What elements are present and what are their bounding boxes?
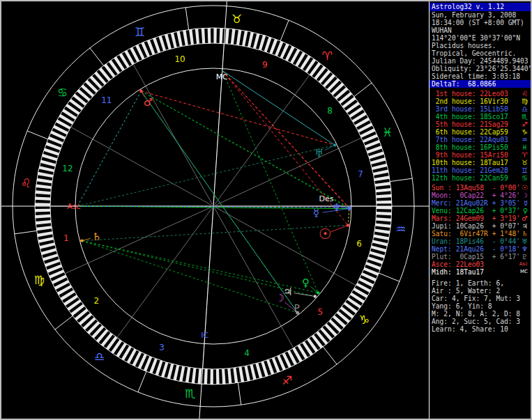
header-line: Julian Day: 2454489.9403 <box>430 57 531 65</box>
planet-glyph-mars: ♂ <box>144 96 153 109</box>
house-row: 12th house: 22Can59♋ <box>430 174 531 182</box>
house-row: 7th house: 22Aqu03♒ <box>430 136 531 143</box>
sign-glyph: ♊ <box>522 166 528 174</box>
house-number-12: 12 <box>62 164 73 173</box>
planet-list: Sun : 13Aqu58 - 0°00'☉Moon: 0Cap22 + 4°2… <box>430 184 531 276</box>
sign-glyph: ♍ <box>522 98 528 105</box>
natal-chart-wheel: ♈♉♊♋♌♍♎♏♐♑♒♓123456789101112☉☽☿♀♂♃♄♅♆♇Asc… <box>1 1 429 419</box>
zodiac-sign-glyph-aquarius: ♒ <box>395 222 406 236</box>
sign-glyph: ♎ <box>522 105 528 113</box>
house-row: 3rd house: 15Lib50♎ <box>430 105 531 113</box>
planet-row: Sun : 13Aqu58 - 0°00'☉ <box>430 184 531 192</box>
zodiac-sign-glyph-cancer: ♋ <box>57 86 68 100</box>
mc-ic-axis <box>199 1 228 419</box>
sign-glyph: ☽ <box>522 192 528 199</box>
sign-glyph: ☉ <box>522 184 528 192</box>
zodiac-sign-glyph-taurus: ♉ <box>231 12 242 26</box>
sign-glyph: ♐ <box>522 120 528 128</box>
planet-glyph-jupiter: ♃ <box>283 286 292 298</box>
sign-glyph: ♓ <box>522 143 528 151</box>
sign-glyph: ♂ <box>522 215 528 222</box>
sign-boundary <box>354 83 372 97</box>
sign-glyph: ♌ <box>522 90 528 98</box>
house-cusp-line <box>215 138 362 205</box>
planet-pointer-line <box>325 145 335 150</box>
mc-label: MC <box>216 72 228 81</box>
stats-line: Air : 5, Water: 2 <box>430 287 531 295</box>
planet-glyph-pluto: ♇ <box>292 302 301 315</box>
house-cusp-line <box>65 207 211 274</box>
house-number-8: 8 <box>327 106 333 116</box>
sign-boundary <box>390 178 413 181</box>
chart-pane: ♈♉♊♋♌♍♎♏♐♑♒♓123456789101112☉☽☿♀♂♃♄♅♆♇Asc… <box>1 1 429 419</box>
sign-glyph: ♒ <box>522 136 528 143</box>
planet-row: Uran: 18Pis46 - 0°44'♅ <box>430 238 531 245</box>
zodiac-sign-glyph-sagittarius: ♐ <box>282 373 292 387</box>
zodiac-sign-glyph-leo: ♌ <box>20 176 31 190</box>
planet-glyph-mercury: ☿ <box>313 207 319 219</box>
house-list: 1st house: 22Leo03♌ 2nd house: 16Vir30♍ … <box>430 90 531 182</box>
sign-boundary <box>15 231 37 233</box>
house-number-11: 11 <box>101 95 112 105</box>
aspect-line-quincunx <box>82 225 348 240</box>
planet-row: Merc: 21Aqu02R + 3°05'☿ <box>430 199 531 207</box>
house-number-1: 1 <box>63 233 69 243</box>
sign-glyph: Asc <box>519 260 528 268</box>
sign-boundary <box>280 20 289 41</box>
stats-line: Learn: 4, Share: 10 <box>430 325 531 333</box>
zodiac-sign-glyph-libra: ♎ <box>94 350 105 364</box>
zodiac-sign-glyph-scorpio: ♏ <box>185 387 195 400</box>
stats-line: M: 2, N: 8, A: 2, D: 8 <box>430 310 531 318</box>
planet-glyph-sun: ☉ <box>319 226 332 242</box>
planet-row: Moon: 0Cap22 + 4°26'☽ <box>430 192 531 199</box>
aspect-line-conjunction <box>348 208 349 225</box>
header-line: WUHAN <box>430 26 531 34</box>
stats-line: Ang: 2, Suc: 5, Cad: 3 <box>430 318 531 325</box>
house-cusp-line <box>117 208 212 337</box>
sign-glyph: ♑ <box>522 128 528 136</box>
planet-glyph-neptune: ♆ <box>332 201 341 214</box>
planet-row: Venu: 12Cap26 + 0°37'♀ <box>430 207 531 215</box>
house-number-5: 5 <box>317 307 323 317</box>
sign-boundary <box>379 273 400 281</box>
house-cusp-line <box>215 75 310 204</box>
house-number-9: 9 <box>262 60 268 70</box>
sign-glyph: ♏ <box>522 113 528 120</box>
stats-line: Fire: 1, Earth: 6, <box>430 279 531 287</box>
sign-boundary <box>185 8 188 30</box>
header-line: Placidus houses. <box>430 42 531 49</box>
house-row: 9th house: 15Ari50♈ <box>430 151 531 159</box>
house-row: 5th house: 21Sag29♐ <box>430 120 531 128</box>
aspect-line-square <box>222 70 349 208</box>
sign-glyph: ♋ <box>522 174 528 182</box>
des-label: Des <box>319 194 334 203</box>
stats-line: Car: 4, Fix: 7, Mut: 3 <box>430 295 531 302</box>
aspect-line-sextile <box>222 70 335 145</box>
house-row: 6th house: 22Cap59♑ <box>430 128 531 136</box>
house-number-10: 10 <box>174 54 185 64</box>
sign-glyph: MC <box>520 268 528 276</box>
header-line: 18:34:00 (ST +8:00 GMT) <box>430 19 531 26</box>
planet-row: Mars: 24Gem09 + 3°19'♂ <box>430 215 531 222</box>
house-number-6: 6 <box>356 239 362 249</box>
house-number-4: 4 <box>244 348 250 358</box>
asc-label: Asc <box>67 202 80 211</box>
header-line: Tropical, Geocentric. <box>430 49 531 57</box>
sign-glyph: ♇ <box>522 253 528 260</box>
sign-glyph: ☿ <box>524 199 528 207</box>
planet-glyph-saturn: ♄ <box>92 231 101 243</box>
aspect-line-opposition <box>141 91 297 313</box>
info-panel: Astrolog32 v. 1.12 Sun, February 3, 2008… <box>429 1 531 419</box>
zodiac-sign-glyph-aries: ♈ <box>322 49 333 63</box>
planet-pointer-line <box>82 238 91 240</box>
header-line: Obliquity: 23°26'25.3440" <box>430 65 531 72</box>
sign-boundary <box>238 383 241 405</box>
house-row: 4th house: 18Sco17♏ <box>430 113 531 120</box>
sign-glyph: ♈ <box>522 151 528 159</box>
house-number-3: 3 <box>159 343 165 352</box>
zodiac-sign-glyph-capricorn: ♑ <box>359 313 370 327</box>
sign-glyph: ♉ <box>522 159 528 166</box>
chart-info-block: Sun, February 3, 200818:34:00 (ST +8:00 … <box>430 11 531 80</box>
aspect-line-square <box>141 91 335 146</box>
sign-glyph: ♆ <box>522 245 528 253</box>
